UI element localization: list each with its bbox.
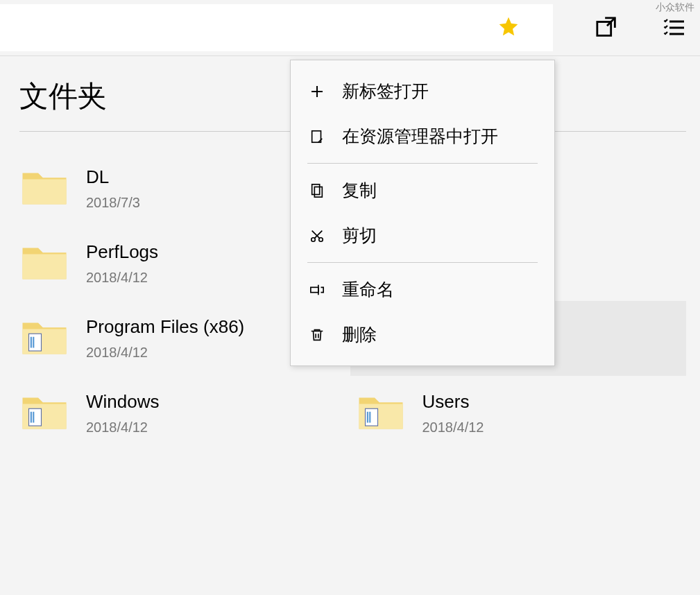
folder-date: 2018/4/12 <box>86 345 244 361</box>
folder-icon <box>356 388 406 438</box>
open-new-window-icon[interactable] <box>595 15 620 40</box>
folder-name: Users <box>422 391 484 413</box>
watermark-text: 小众软件 <box>656 1 694 14</box>
menu-label: 剪切 <box>342 224 377 247</box>
menu-delete[interactable]: 删除 <box>291 312 554 357</box>
favorite-star-icon[interactable] <box>497 15 520 37</box>
menu-label: 在资源管理器中打开 <box>342 125 498 148</box>
folder-date: 2018/4/12 <box>422 420 484 436</box>
folder-name: PerfLogs <box>86 241 158 263</box>
folder-icon <box>19 239 69 288</box>
menu-cut[interactable]: 剪切 <box>291 213 554 258</box>
top-bar: 小众软件 <box>0 0 700 55</box>
svg-rect-15 <box>312 184 320 194</box>
folder-info: Program Files (x86) 2018/4/12 <box>86 316 244 361</box>
menu-open-explorer[interactable]: 在资源管理器中打开 <box>291 114 554 159</box>
menu-label: 重命名 <box>342 278 394 301</box>
context-menu: 新标签打开 在资源管理器中打开 复制 剪切 <box>290 60 555 366</box>
menu-label: 新标签打开 <box>342 80 429 103</box>
folder-icon <box>19 164 69 214</box>
plus-icon <box>307 82 327 101</box>
folder-info: PerfLogs 2018/4/12 <box>86 241 158 286</box>
menu-label: 复制 <box>342 179 377 202</box>
svg-rect-9 <box>31 412 32 423</box>
svg-rect-2 <box>31 337 32 348</box>
trash-icon <box>307 325 327 345</box>
menu-divider <box>307 163 538 164</box>
folder-date: 2018/4/12 <box>86 270 158 286</box>
svg-rect-10 <box>33 412 34 423</box>
folder-date: 2018/4/12 <box>86 420 159 436</box>
copy-icon <box>307 181 327 200</box>
menu-new-tab[interactable]: 新标签打开 <box>291 69 554 114</box>
menu-label: 删除 <box>342 323 377 346</box>
svg-rect-13 <box>369 412 370 423</box>
svg-rect-19 <box>311 287 318 292</box>
folder-info: Windows 2018/4/12 <box>86 391 159 436</box>
address-input[interactable] <box>0 4 553 51</box>
folder-name: DL <box>86 166 140 188</box>
rename-icon <box>307 280 327 300</box>
folder-date: 2018/7/3 <box>86 195 140 211</box>
svg-rect-3 <box>33 337 34 348</box>
cut-icon <box>307 226 327 245</box>
folder-info: Users 2018/4/12 <box>422 391 484 436</box>
svg-rect-16 <box>314 187 322 197</box>
folder-icon <box>19 388 69 438</box>
menu-rename[interactable]: 重命名 <box>291 267 554 312</box>
folder-icon <box>19 313 69 363</box>
explorer-icon <box>307 127 327 146</box>
folder-item[interactable]: Windows 2018/4/12 <box>14 376 350 451</box>
svg-rect-12 <box>366 412 368 423</box>
menu-divider <box>307 262 538 263</box>
folder-name: Windows <box>86 391 159 413</box>
menu-list-icon[interactable] <box>661 15 686 40</box>
folder-name: Program Files (x86) <box>86 316 244 338</box>
folder-item[interactable]: Users 2018/4/12 <box>350 376 687 451</box>
menu-copy[interactable]: 复制 <box>291 168 554 213</box>
folder-info: DL 2018/7/3 <box>86 166 140 211</box>
